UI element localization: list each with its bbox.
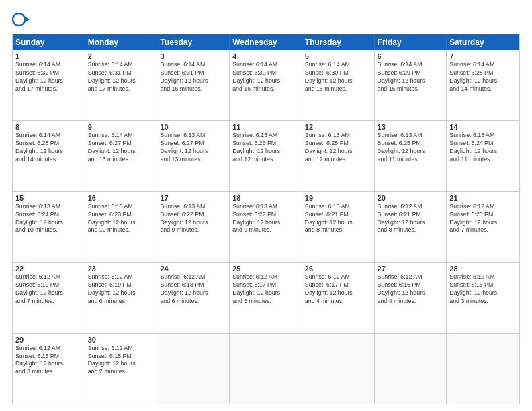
day-number: 3 — [160, 52, 226, 60]
day-info: Sunrise: 6:14 AM Sunset: 6:28 PM Dayligh… — [15, 132, 82, 164]
day-number: 17 — [160, 194, 226, 202]
header-day-saturday: Saturday — [447, 34, 519, 50]
day-info: Sunrise: 6:13 AM Sunset: 6:21 PM Dayligh… — [305, 203, 371, 235]
header-day-wednesday: Wednesday — [230, 34, 302, 50]
calendar-row-5: 29Sunrise: 6:12 AM Sunset: 6:15 PM Dayli… — [13, 333, 519, 404]
day-number: 16 — [88, 194, 154, 202]
day-number: 29 — [15, 336, 82, 344]
day-info: Sunrise: 6:14 AM Sunset: 6:30 PM Dayligh… — [232, 61, 299, 93]
day-number: 20 — [378, 194, 444, 202]
day-cell-15: 15Sunrise: 6:13 AM Sunset: 6:24 PM Dayli… — [13, 192, 85, 262]
day-cell-3: 3Sunrise: 6:14 AM Sunset: 6:31 PM Daylig… — [157, 50, 230, 120]
day-number: 19 — [305, 194, 371, 202]
day-info: Sunrise: 6:14 AM Sunset: 6:30 PM Dayligh… — [305, 61, 371, 93]
day-number: 11 — [232, 123, 299, 131]
day-number: 2 — [88, 52, 154, 60]
day-cell-29: 29Sunrise: 6:12 AM Sunset: 6:15 PM Dayli… — [13, 334, 85, 404]
day-cell-21: 21Sunrise: 6:12 AM Sunset: 6:20 PM Dayli… — [447, 192, 519, 262]
day-info: Sunrise: 6:14 AM Sunset: 6:27 PM Dayligh… — [88, 132, 154, 164]
day-cell-24: 24Sunrise: 6:12 AM Sunset: 6:18 PM Dayli… — [157, 263, 230, 332]
day-info: Sunrise: 6:12 AM Sunset: 6:20 PM Dayligh… — [449, 203, 517, 235]
empty-cell — [447, 334, 519, 404]
day-cell-28: 28Sunrise: 6:12 AM Sunset: 6:16 PM Dayli… — [447, 263, 519, 332]
empty-cell — [375, 334, 447, 404]
day-cell-7: 7Sunrise: 6:14 AM Sunset: 6:28 PM Daylig… — [447, 50, 519, 120]
day-number: 6 — [378, 52, 444, 60]
day-info: Sunrise: 6:12 AM Sunset: 6:15 PM Dayligh… — [88, 345, 154, 377]
empty-cell — [157, 334, 230, 404]
day-cell-30: 30Sunrise: 6:12 AM Sunset: 6:15 PM Dayli… — [85, 334, 158, 404]
day-info: Sunrise: 6:12 AM Sunset: 6:18 PM Dayligh… — [160, 273, 226, 306]
day-number: 25 — [232, 265, 299, 273]
day-number: 5 — [305, 52, 371, 60]
day-cell-12: 12Sunrise: 6:13 AM Sunset: 6:25 PM Dayli… — [302, 121, 375, 191]
day-info: Sunrise: 6:13 AM Sunset: 6:24 PM Dayligh… — [449, 132, 517, 164]
day-info: Sunrise: 6:13 AM Sunset: 6:23 PM Dayligh… — [88, 203, 154, 235]
day-number: 30 — [88, 336, 154, 344]
svg-marker-1 — [24, 16, 30, 23]
day-cell-27: 27Sunrise: 6:12 AM Sunset: 6:16 PM Dayli… — [375, 263, 447, 332]
day-number: 21 — [449, 194, 517, 202]
day-number: 27 — [378, 265, 444, 273]
empty-cell — [230, 334, 302, 404]
day-info: Sunrise: 6:12 AM Sunset: 6:15 PM Dayligh… — [15, 345, 82, 377]
day-number: 23 — [88, 265, 154, 273]
day-info: Sunrise: 6:12 AM Sunset: 6:19 PM Dayligh… — [15, 273, 82, 306]
day-number: 1 — [15, 52, 82, 60]
day-info: Sunrise: 6:12 AM Sunset: 6:17 PM Dayligh… — [305, 273, 371, 306]
calendar-row-1: 1Sunrise: 6:14 AM Sunset: 6:32 PM Daylig… — [13, 50, 519, 120]
day-cell-19: 19Sunrise: 6:13 AM Sunset: 6:21 PM Dayli… — [302, 192, 375, 262]
day-info: Sunrise: 6:14 AM Sunset: 6:32 PM Dayligh… — [15, 61, 82, 93]
logo-icon — [12, 11, 30, 28]
header-day-friday: Friday — [375, 34, 447, 50]
day-number: 12 — [305, 123, 371, 131]
day-number: 9 — [88, 123, 154, 131]
day-number: 28 — [449, 265, 517, 273]
day-info: Sunrise: 6:14 AM Sunset: 6:31 PM Dayligh… — [88, 61, 154, 93]
day-cell-23: 23Sunrise: 6:12 AM Sunset: 6:19 PM Dayli… — [85, 263, 158, 332]
day-cell-25: 25Sunrise: 6:12 AM Sunset: 6:17 PM Dayli… — [230, 263, 302, 332]
day-cell-5: 5Sunrise: 6:14 AM Sunset: 6:30 PM Daylig… — [302, 50, 375, 120]
day-info: Sunrise: 6:12 AM Sunset: 6:16 PM Dayligh… — [378, 273, 444, 306]
day-cell-1: 1Sunrise: 6:14 AM Sunset: 6:32 PM Daylig… — [13, 50, 85, 120]
day-cell-11: 11Sunrise: 6:13 AM Sunset: 6:26 PM Dayli… — [230, 121, 302, 191]
day-info: Sunrise: 6:12 AM Sunset: 6:19 PM Dayligh… — [88, 273, 154, 306]
day-info: Sunrise: 6:12 AM Sunset: 6:21 PM Dayligh… — [378, 203, 444, 235]
day-info: Sunrise: 6:14 AM Sunset: 6:31 PM Dayligh… — [160, 61, 226, 93]
calendar-row-4: 22Sunrise: 6:12 AM Sunset: 6:19 PM Dayli… — [13, 262, 519, 332]
day-number: 18 — [232, 194, 299, 202]
calendar-row-2: 8Sunrise: 6:14 AM Sunset: 6:28 PM Daylig… — [13, 120, 519, 191]
day-cell-4: 4Sunrise: 6:14 AM Sunset: 6:30 PM Daylig… — [230, 50, 302, 120]
day-cell-22: 22Sunrise: 6:12 AM Sunset: 6:19 PM Dayli… — [13, 263, 85, 332]
day-cell-26: 26Sunrise: 6:12 AM Sunset: 6:17 PM Dayli… — [302, 263, 375, 332]
day-number: 15 — [15, 194, 82, 202]
day-cell-18: 18Sunrise: 6:13 AM Sunset: 6:22 PM Dayli… — [230, 192, 302, 262]
day-cell-16: 16Sunrise: 6:13 AM Sunset: 6:23 PM Dayli… — [85, 192, 158, 262]
calendar: SundayMondayTuesdayWednesdayThursdayFrid… — [12, 34, 520, 404]
day-cell-9: 9Sunrise: 6:14 AM Sunset: 6:27 PM Daylig… — [85, 121, 158, 191]
day-info: Sunrise: 6:13 AM Sunset: 6:22 PM Dayligh… — [160, 203, 226, 235]
day-number: 8 — [15, 123, 82, 131]
header — [12, 11, 520, 28]
header-day-thursday: Thursday — [302, 34, 375, 50]
day-info: Sunrise: 6:12 AM Sunset: 6:16 PM Dayligh… — [449, 273, 517, 306]
day-cell-6: 6Sunrise: 6:14 AM Sunset: 6:29 PM Daylig… — [375, 50, 447, 120]
day-info: Sunrise: 6:13 AM Sunset: 6:24 PM Dayligh… — [15, 203, 82, 235]
day-cell-14: 14Sunrise: 6:13 AM Sunset: 6:24 PM Dayli… — [447, 121, 519, 191]
calendar-header: SundayMondayTuesdayWednesdayThursdayFrid… — [13, 34, 519, 50]
day-number: 7 — [449, 52, 517, 60]
calendar-row-3: 15Sunrise: 6:13 AM Sunset: 6:24 PM Dayli… — [13, 191, 519, 262]
day-info: Sunrise: 6:13 AM Sunset: 6:27 PM Dayligh… — [160, 132, 226, 164]
day-number: 10 — [160, 123, 226, 131]
logo — [12, 11, 32, 28]
day-number: 14 — [449, 123, 517, 131]
day-number: 26 — [305, 265, 371, 273]
header-day-tuesday: Tuesday — [157, 34, 230, 50]
day-number: 13 — [378, 123, 444, 131]
calendar-body: 1Sunrise: 6:14 AM Sunset: 6:32 PM Daylig… — [13, 50, 519, 404]
day-info: Sunrise: 6:13 AM Sunset: 6:22 PM Dayligh… — [232, 203, 299, 235]
day-number: 22 — [15, 265, 82, 273]
day-number: 4 — [232, 52, 299, 60]
empty-cell — [302, 334, 375, 404]
day-number: 24 — [160, 265, 226, 273]
